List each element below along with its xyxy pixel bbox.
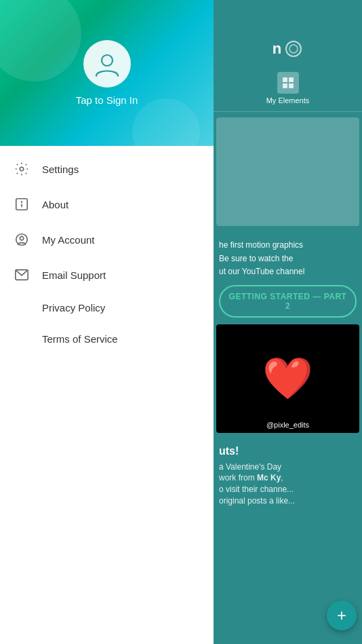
drawer-header[interactable]: Tap to Sign In xyxy=(0,0,214,146)
motion-text: he first motion graphicsBe sure to watch… xyxy=(219,240,304,276)
getting-started-button[interactable]: GETTING STARTED — PART 2 xyxy=(219,285,357,318)
svg-point-1 xyxy=(289,45,298,53)
info-icon xyxy=(14,196,30,212)
elements-icon xyxy=(277,72,299,94)
right-panel: ▼ 11:18 n My Elements he first motion gr… xyxy=(214,0,362,644)
sidebar-item-terms-of-service[interactable]: Terms of Service xyxy=(0,324,214,355)
hearts-image: ❤️ @pixle_edits xyxy=(216,324,359,433)
email-support-label: Email Support xyxy=(42,269,106,281)
svg-point-12 xyxy=(20,236,24,240)
pixle-credit: @pixle_edits xyxy=(266,421,309,429)
fab-button[interactable]: + xyxy=(327,601,357,630)
terms-of-service-label: Terms of Service xyxy=(42,333,118,345)
drawer: Tap to Sign In Settings About xyxy=(0,0,214,644)
shoutouts-section: uts! a Valentine's Daywork from Mc Ky,o … xyxy=(214,440,362,512)
app-header: n xyxy=(214,19,362,65)
content-placeholder xyxy=(216,117,359,226)
svg-rect-4 xyxy=(283,83,287,88)
sidebar-item-email-support[interactable]: Email Support xyxy=(0,257,214,292)
sign-in-text[interactable]: Tap to Sign In xyxy=(76,94,138,106)
svg-rect-3 xyxy=(289,77,294,82)
sidebar-item-about[interactable]: About xyxy=(0,187,214,222)
email-icon xyxy=(14,267,30,283)
sidebar-item-privacy-policy[interactable]: Privacy Policy xyxy=(0,292,214,324)
settings-label: Settings xyxy=(42,164,79,175)
app-logo-letter: n xyxy=(273,40,281,58)
svg-rect-2 xyxy=(283,77,287,82)
privacy-policy-label: Privacy Policy xyxy=(42,302,105,314)
svg-point-7 xyxy=(20,167,24,171)
person-circle-icon xyxy=(14,231,30,248)
mc-ky-name: Mc Ky xyxy=(257,473,281,482)
sidebar-item-settings[interactable]: Settings xyxy=(0,151,214,187)
shoutouts-desc: a Valentine's Daywork from Mc Ky,o visit… xyxy=(219,461,357,507)
hearts-decoration: ❤️ xyxy=(262,354,313,402)
drawer-menu: Settings About My Account xyxy=(0,146,214,644)
gear-icon xyxy=(14,161,30,177)
my-elements-section[interactable]: My Elements xyxy=(214,65,362,112)
svg-point-0 xyxy=(286,41,301,56)
sidebar-item-my-account[interactable]: My Account xyxy=(0,222,214,257)
person-icon xyxy=(94,50,121,77)
app-logo-ring-icon xyxy=(284,39,303,58)
motion-text-block: he first motion graphicsBe sure to watch… xyxy=(214,231,362,285)
about-label: About xyxy=(42,199,68,210)
my-account-label: My Account xyxy=(42,234,95,246)
my-elements-label: My Elements xyxy=(266,96,310,105)
svg-point-6 xyxy=(102,55,113,66)
shoutouts-title: uts! xyxy=(219,445,357,457)
avatar[interactable] xyxy=(83,40,131,88)
svg-rect-5 xyxy=(289,83,294,88)
